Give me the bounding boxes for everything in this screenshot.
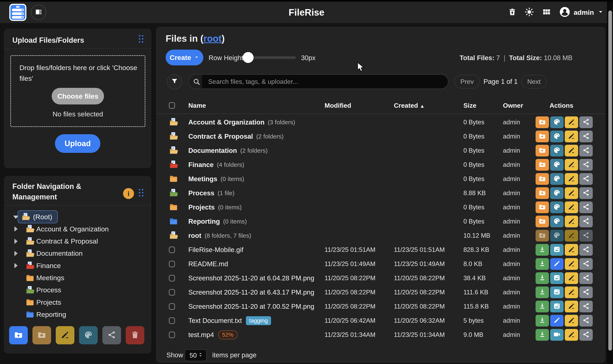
info-icon[interactable]: i xyxy=(123,188,134,199)
palette-button[interactable] xyxy=(550,159,564,171)
palette-button[interactable] xyxy=(550,216,564,227)
download-button[interactable] xyxy=(536,258,549,270)
rename-button[interactable] xyxy=(565,173,578,185)
item-name[interactable]: Screenshot 2025-11-20 at 7.00.52 PM.png xyxy=(188,299,314,313)
table-row[interactable]: Screenshot 2025-11-20 at 6.43.17 PM.png1… xyxy=(156,285,605,299)
table-row[interactable]: root(8 folders, 7 files)10.12 MBadmin xyxy=(156,229,605,243)
table-row[interactable]: Contract & Proposal(2 folders)0 Bytesadm… xyxy=(156,129,605,143)
column-header-created[interactable]: Created ▲ xyxy=(394,100,425,111)
item-name[interactable]: Finance(4 folders) xyxy=(188,158,244,172)
move-button[interactable] xyxy=(536,187,549,199)
download-button[interactable] xyxy=(536,315,549,326)
column-header-name[interactable]: Name xyxy=(188,100,206,111)
move-button[interactable] xyxy=(536,145,549,156)
share-button[interactable] xyxy=(579,216,593,227)
move-button[interactable] xyxy=(536,130,549,142)
move-button[interactable] xyxy=(536,230,549,242)
prev-page-button[interactable]: Prev xyxy=(454,75,480,89)
table-row[interactable]: Process(1 file)8.88 KBadmin xyxy=(156,186,605,200)
row-checkbox[interactable] xyxy=(169,275,175,281)
caret-right-icon[interactable] xyxy=(14,251,18,256)
download-button[interactable] xyxy=(536,272,549,284)
next-page-button[interactable]: Next xyxy=(521,75,547,89)
table-row[interactable]: test.mp452%11/23/25 01:34AM11/23/25 01:3… xyxy=(156,328,605,342)
tree-item-root[interactable]: (Root) xyxy=(4,211,151,222)
move-button[interactable] xyxy=(536,173,549,185)
rename-button[interactable] xyxy=(565,258,578,270)
share-button[interactable] xyxy=(579,159,593,171)
rename-button[interactable] xyxy=(565,117,578,128)
palette-button[interactable] xyxy=(550,117,564,128)
upload-button[interactable]: Upload xyxy=(55,134,100,153)
table-row[interactable]: Meetings(0 items)0 Bytesadmin xyxy=(156,172,605,186)
caret-right-icon[interactable] xyxy=(14,239,18,244)
share-folder-button[interactable] xyxy=(102,326,121,344)
rename-button[interactable] xyxy=(565,244,578,256)
caret-right-icon[interactable] xyxy=(14,263,18,268)
item-name[interactable]: Reporting(0 items) xyxy=(188,214,247,229)
create-button[interactable]: Create xyxy=(166,50,203,65)
item-name[interactable]: Screenshot 2025-11-20 at 6.43.17 PM.png xyxy=(188,285,314,299)
slider-thumb[interactable] xyxy=(243,52,254,63)
move-button[interactable] xyxy=(536,216,549,227)
move-button[interactable] xyxy=(536,159,549,171)
rename-button[interactable] xyxy=(565,329,578,341)
item-name[interactable]: Screenshot 2025-11-20 at 6.04.28 PM.png xyxy=(188,271,314,285)
table-row[interactable]: Screenshot 2025-11-20 at 7.00.52 PM.png1… xyxy=(156,299,605,313)
preview-image-button[interactable] xyxy=(550,301,564,312)
palette-button[interactable] xyxy=(550,230,564,242)
share-button[interactable] xyxy=(579,286,593,298)
item-name[interactable]: Text Document.txttagging xyxy=(188,313,271,328)
table-row[interactable]: Screenshot 2025-11-20 at 6.04.28 PM.png1… xyxy=(156,271,605,285)
rename-button[interactable] xyxy=(565,145,578,156)
rename-button[interactable] xyxy=(565,159,578,171)
grid-view-icon[interactable] xyxy=(542,8,551,17)
rename-button[interactable] xyxy=(565,216,578,227)
item-name[interactable]: Meetings(0 items) xyxy=(188,172,244,186)
edit-file-button[interactable] xyxy=(550,315,564,326)
drag-handle-icon[interactable] xyxy=(138,188,144,197)
item-name[interactable]: Projects(0 items) xyxy=(188,200,242,214)
item-name[interactable]: test.mp452% xyxy=(188,328,237,342)
column-header-owner[interactable]: Owner xyxy=(503,100,523,111)
user-menu[interactable]: admin xyxy=(559,6,604,18)
rename-button[interactable] xyxy=(565,301,578,312)
download-button[interactable] xyxy=(536,329,549,341)
share-button[interactable] xyxy=(579,301,593,312)
edit-file-button[interactable] xyxy=(550,258,564,270)
tree-item-reporting[interactable]: Reporting xyxy=(4,309,151,320)
caret-right-icon[interactable] xyxy=(14,226,18,232)
create-folder-button[interactable] xyxy=(9,326,28,344)
row-checkbox[interactable] xyxy=(169,332,175,338)
preview-video-button[interactable] xyxy=(550,329,564,341)
tree-item-contract-proposal[interactable]: Contract & Proposal xyxy=(4,236,151,247)
row-checkbox[interactable] xyxy=(169,303,175,310)
preview-image-button[interactable] xyxy=(550,272,564,284)
table-row[interactable]: Projects(0 items)0 Bytesadmin xyxy=(156,200,605,214)
download-button[interactable] xyxy=(536,286,549,298)
rename-button[interactable] xyxy=(565,272,578,284)
download-button[interactable] xyxy=(536,244,549,256)
table-row[interactable]: FileRise-Mobile.gif11/23/25 01:51AM11/23… xyxy=(156,243,605,257)
item-name[interactable]: Process(1 file) xyxy=(188,186,235,200)
item-name[interactable]: FileRise-Mobile.gif xyxy=(188,243,243,257)
rename-button[interactable] xyxy=(565,130,578,142)
column-header-size[interactable]: Size xyxy=(463,100,476,111)
share-button[interactable] xyxy=(579,329,593,341)
scrollbar-thumb[interactable] xyxy=(608,11,612,351)
preview-image-button[interactable] xyxy=(550,244,564,256)
palette-button[interactable] xyxy=(550,173,564,185)
tree-item-account-organization[interactable]: Account & Organization xyxy=(4,223,151,235)
table-row[interactable]: Account & Organization(3 folders)0 Bytes… xyxy=(156,115,605,129)
item-name[interactable]: README.md xyxy=(188,257,228,271)
palette-button[interactable] xyxy=(550,130,564,142)
share-button[interactable] xyxy=(579,145,593,156)
delete-folder-button[interactable] xyxy=(126,326,144,344)
share-button[interactable] xyxy=(579,244,593,256)
color-folder-button[interactable] xyxy=(79,326,98,344)
row-checkbox[interactable] xyxy=(169,261,175,267)
table-row[interactable]: Finance(4 folders)0 Bytesadmin xyxy=(156,158,605,172)
tree-item-documentation[interactable]: Documentation xyxy=(4,248,151,259)
table-row[interactable]: Reporting(0 items)0 Bytesadmin xyxy=(156,214,605,229)
tree-item-finance[interactable]: Finance xyxy=(4,260,151,271)
